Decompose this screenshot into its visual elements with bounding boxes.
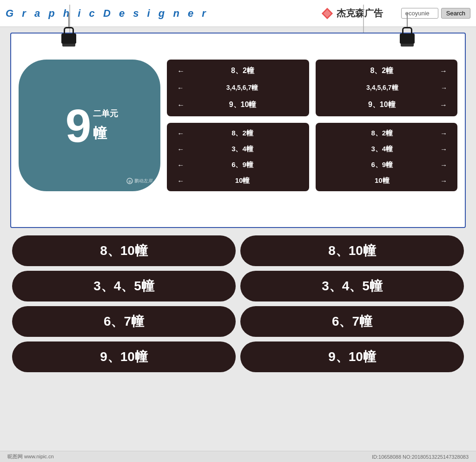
pill-sign: 3、4、5幢 [12, 271, 236, 301]
arrow-left-icon: ← [177, 67, 185, 75]
signs-grid: ← 8、2幢 ← 3,4,5,6,7幢 ← 9、10幢 8、2幢 → [19, 57, 457, 191]
left-clip [61, 13, 76, 47]
clip-wire-right [407, 13, 408, 27]
sign-row: ← 10幢 [172, 174, 304, 187]
arrow-left-icon: ← [177, 161, 184, 169]
brand-logo: 杰克森广告 [321, 7, 383, 20]
sign-text: 10幢 [326, 176, 438, 185]
sign-row: 3、4幢 → [320, 142, 453, 156]
arrow-left-icon: ← [177, 129, 184, 137]
brand-name-text: 杰克森广告 [337, 7, 383, 20]
sign-text: 3、4幢 [186, 145, 298, 154]
footer-right-text: ID:10658088 NO:20180513225147328083 [372, 454, 469, 460]
sign-text: 9、10幢 [186, 100, 298, 110]
sign-row: 9、10幢 → [320, 97, 453, 113]
header-title: G r a p h i c D e s i g n e r [6, 7, 209, 20]
brand-diamond-icon [321, 7, 334, 20]
sign-text: 3,4,5,6,7幢 [185, 84, 298, 92]
arrow-right-icon: → [440, 145, 447, 153]
pill-sign: 3、4、5幢 [240, 271, 464, 301]
pill-sign: 9、10幢 [12, 341, 236, 372]
panel-top-left: ← 8、2幢 ← 3,4,5,6,7幢 ← 9、10幢 [167, 60, 309, 116]
pill-sign: 6、7幢 [240, 306, 464, 337]
unit-right-labels: 二单元 幢 [93, 108, 118, 143]
clip-wire-left [68, 13, 69, 27]
pill-sign: 8、10幢 [12, 235, 236, 266]
right-clip [400, 13, 415, 47]
clip-top-arc-right [402, 27, 412, 33]
sign-text: 6、9幢 [186, 161, 298, 169]
sign-text: 8、2幢 [186, 129, 298, 138]
sign-text: 8、2幢 [326, 129, 438, 138]
sign-row: ← 8、2幢 [172, 127, 304, 140]
sign-text: 9、10幢 [326, 100, 438, 110]
sign-text: 3,4,5,6,7幢 [326, 84, 439, 92]
arrow-left-icon: ← [177, 84, 184, 92]
arrow-left-icon: ← [177, 177, 184, 185]
clip-body-left [61, 33, 76, 44]
clip-bottom-left [62, 44, 75, 47]
sign-row: 6、9幢 → [320, 158, 453, 172]
arrow-right-icon: → [440, 67, 447, 75]
arrow-left-icon: ← [177, 101, 185, 109]
arrow-right-icon: → [441, 84, 447, 92]
sign-row: 3,4,5,6,7幢 → [320, 81, 453, 95]
hanging-board: ← 8、2幢 ← 3,4,5,6,7幢 ← 9、10幢 8、2幢 → [10, 33, 466, 228]
unit-brand-small: 鹏 鹏动左岸 [126, 177, 153, 185]
sign-row: ← 9、10幢 [172, 97, 304, 113]
clip-top-arc-left [64, 27, 74, 33]
svg-text:鹏: 鹏 [128, 180, 132, 183]
sign-row: 8、2幢 → [320, 127, 453, 140]
footer-left-text: 昵图网 www.nipic.cn [7, 453, 54, 460]
sign-row: 8、2幢 → [320, 63, 453, 79]
unit-dong-text: 幢 [93, 124, 107, 143]
arrow-right-icon: → [440, 161, 447, 169]
arrow-left-icon: ← [177, 145, 184, 153]
panel-bottom-right: 8、2幢 → 3、4幢 → 6、9幢 → 10幢 → [316, 123, 457, 191]
brand-small-text: 鹏动左岸 [134, 178, 153, 184]
sign-text: 10幢 [186, 176, 298, 185]
sign-text: 8、2幢 [186, 66, 298, 76]
search-button[interactable]: Search [441, 8, 470, 19]
pill-sign: 6、7幢 [12, 306, 236, 337]
sign-text: 8、2幢 [326, 66, 438, 76]
sign-row: ← 6、9幢 [172, 158, 304, 172]
arrow-right-icon: → [440, 101, 447, 109]
unit-number: 9 [66, 102, 92, 149]
sign-row: ← 8、2幢 [172, 63, 304, 79]
unit-badge: 9 二单元 幢 鹏 鹏动左岸 [19, 60, 160, 191]
sign-text: 3、4幢 [326, 145, 438, 154]
unit-label-text: 二单元 [93, 108, 118, 119]
footer: 昵图网 www.nipic.cn ID:10658088 NO:20180513… [0, 451, 476, 462]
sign-row: ← 3、4幢 [172, 142, 304, 156]
pill-sign: 8、10幢 [240, 235, 464, 266]
clip-body-right [400, 33, 415, 44]
clip-bottom-right [401, 44, 414, 47]
panel-top-right: 8、2幢 → 3,4,5,6,7幢 → 9、10幢 → [316, 60, 457, 116]
bottom-signs: 8、10幢 8、10幢 3、4、5幢 3、4、5幢 6、7幢 6、7幢 9、10… [10, 235, 466, 372]
arrow-right-icon: → [440, 129, 447, 137]
sign-text: 6、9幢 [326, 161, 438, 169]
sign-row: ← 3,4,5,6,7幢 [172, 81, 304, 95]
panel-bottom-left: ← 8、2幢 ← 3、4幢 ← 6、9幢 ← 10幢 [167, 123, 309, 191]
sign-row: 10幢 → [320, 174, 453, 187]
arrow-right-icon: → [440, 177, 447, 185]
pill-sign: 9、10幢 [240, 341, 464, 372]
main-content: ← 8、2幢 ← 3,4,5,6,7幢 ← 9、10幢 8、2幢 → [10, 33, 466, 372]
